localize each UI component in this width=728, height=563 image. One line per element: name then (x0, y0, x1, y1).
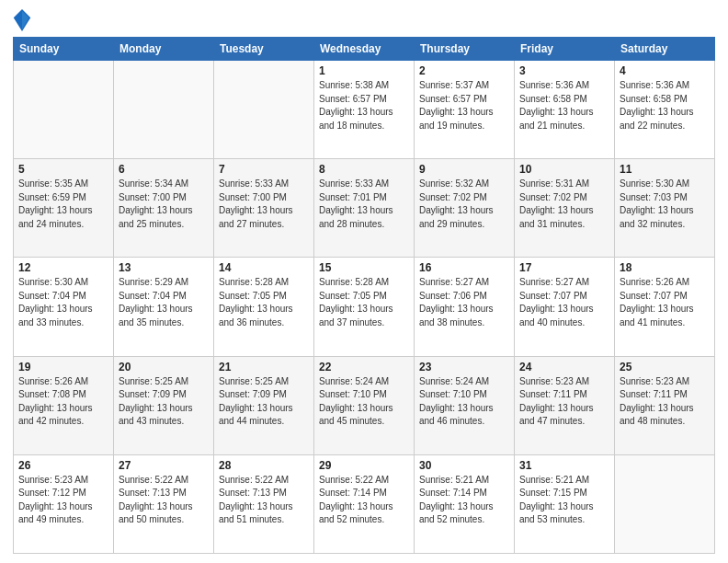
day-number: 5 (18, 163, 108, 176)
calendar-cell (114, 61, 214, 159)
day-info: Sunrise: 5:31 AMSunset: 7:02 PMDaylight:… (519, 178, 609, 231)
calendar-week-3: 19Sunrise: 5:26 AMSunset: 7:08 PMDayligh… (14, 356, 715, 454)
day-info: Sunrise: 5:36 AMSunset: 6:58 PMDaylight:… (620, 79, 710, 132)
calendar-cell: 26Sunrise: 5:23 AMSunset: 7:12 PMDayligh… (14, 454, 114, 553)
calendar-cell: 12Sunrise: 5:30 AMSunset: 7:04 PMDayligh… (14, 258, 114, 356)
calendar-cell: 17Sunrise: 5:27 AMSunset: 7:07 PMDayligh… (515, 258, 615, 356)
day-number: 4 (620, 64, 710, 77)
day-info: Sunrise: 5:32 AMSunset: 7:02 PMDaylight:… (419, 178, 509, 231)
day-info: Sunrise: 5:34 AMSunset: 7:00 PMDaylight:… (119, 178, 209, 231)
calendar-cell: 5Sunrise: 5:35 AMSunset: 6:59 PMDaylight… (14, 159, 114, 258)
day-number: 31 (519, 459, 609, 472)
page: SundayMondayTuesdayWednesdayThursdayFrid… (0, 0, 728, 563)
day-info: Sunrise: 5:26 AMSunset: 7:08 PMDaylight:… (18, 375, 108, 429)
calendar-cell: 8Sunrise: 5:33 AMSunset: 7:01 PMDaylight… (314, 159, 415, 258)
calendar-cell: 16Sunrise: 5:27 AMSunset: 7:06 PMDayligh… (415, 258, 515, 356)
calendar-cell: 3Sunrise: 5:36 AMSunset: 6:58 PMDaylight… (515, 61, 615, 159)
day-info: Sunrise: 5:33 AMSunset: 7:01 PMDaylight:… (319, 178, 409, 231)
day-number: 22 (319, 361, 409, 373)
day-info: Sunrise: 5:22 AMSunset: 7:13 PMDaylight:… (119, 474, 209, 527)
calendar-cell: 2Sunrise: 5:37 AMSunset: 6:57 PMDaylight… (415, 61, 515, 159)
calendar-cell: 29Sunrise: 5:22 AMSunset: 7:14 PMDayligh… (314, 454, 415, 553)
day-info: Sunrise: 5:38 AMSunset: 6:57 PMDaylight:… (319, 79, 409, 132)
day-number: 19 (18, 361, 108, 373)
calendar-cell: 7Sunrise: 5:33 AMSunset: 7:00 PMDaylight… (214, 159, 314, 258)
day-number: 30 (419, 459, 509, 472)
day-info: Sunrise: 5:21 AMSunset: 7:15 PMDaylight:… (519, 474, 609, 527)
calendar-cell: 22Sunrise: 5:24 AMSunset: 7:10 PMDayligh… (314, 356, 415, 454)
day-info: Sunrise: 5:22 AMSunset: 7:14 PMDaylight:… (319, 474, 409, 527)
day-info: Sunrise: 5:35 AMSunset: 6:59 PMDaylight:… (18, 178, 108, 231)
calendar-week-1: 5Sunrise: 5:35 AMSunset: 6:59 PMDaylight… (14, 159, 715, 258)
calendar-cell: 27Sunrise: 5:22 AMSunset: 7:13 PMDayligh… (114, 454, 214, 553)
day-info: Sunrise: 5:23 AMSunset: 7:11 PMDaylight:… (620, 375, 710, 429)
day-number: 20 (119, 361, 209, 373)
calendar-cell: 13Sunrise: 5:29 AMSunset: 7:04 PMDayligh… (114, 258, 214, 356)
day-number: 6 (119, 163, 209, 176)
header-day-friday: Friday (515, 38, 615, 61)
day-info: Sunrise: 5:27 AMSunset: 7:06 PMDaylight:… (419, 276, 509, 329)
day-number: 24 (519, 361, 609, 373)
calendar-body: 1Sunrise: 5:38 AMSunset: 6:57 PMDaylight… (14, 61, 715, 554)
day-info: Sunrise: 5:27 AMSunset: 7:07 PMDaylight:… (519, 276, 609, 329)
day-info: Sunrise: 5:23 AMSunset: 7:12 PMDaylight:… (18, 474, 108, 527)
logo (13, 9, 33, 31)
day-info: Sunrise: 5:28 AMSunset: 7:05 PMDaylight:… (319, 276, 409, 329)
day-number: 17 (519, 261, 609, 274)
day-number: 12 (18, 261, 108, 274)
calendar-cell (615, 454, 715, 553)
calendar-header: SundayMondayTuesdayWednesdayThursdayFrid… (14, 38, 715, 61)
day-info: Sunrise: 5:36 AMSunset: 6:58 PMDaylight:… (519, 79, 609, 132)
day-number: 16 (419, 261, 509, 274)
calendar-cell: 24Sunrise: 5:23 AMSunset: 7:11 PMDayligh… (515, 356, 615, 454)
day-number: 8 (319, 163, 409, 176)
calendar-cell: 6Sunrise: 5:34 AMSunset: 7:00 PMDaylight… (114, 159, 214, 258)
calendar-cell: 11Sunrise: 5:30 AMSunset: 7:03 PMDayligh… (615, 159, 715, 258)
day-info: Sunrise: 5:25 AMSunset: 7:09 PMDaylight:… (119, 375, 209, 429)
calendar-week-0: 1Sunrise: 5:38 AMSunset: 6:57 PMDaylight… (14, 61, 715, 159)
calendar-cell: 15Sunrise: 5:28 AMSunset: 7:05 PMDayligh… (314, 258, 415, 356)
day-number: 26 (18, 459, 108, 472)
calendar-cell: 23Sunrise: 5:24 AMSunset: 7:10 PMDayligh… (415, 356, 515, 454)
day-info: Sunrise: 5:37 AMSunset: 6:57 PMDaylight:… (419, 79, 509, 132)
calendar-cell: 18Sunrise: 5:26 AMSunset: 7:07 PMDayligh… (615, 258, 715, 356)
calendar-cell: 1Sunrise: 5:38 AMSunset: 6:57 PMDaylight… (314, 61, 415, 159)
calendar-table: SundayMondayTuesdayWednesdayThursdayFrid… (13, 37, 715, 554)
day-number: 25 (620, 361, 710, 373)
calendar-cell: 9Sunrise: 5:32 AMSunset: 7:02 PMDaylight… (415, 159, 515, 258)
day-info: Sunrise: 5:22 AMSunset: 7:13 PMDaylight:… (219, 474, 309, 527)
day-number: 3 (519, 64, 609, 77)
header-day-monday: Monday (114, 38, 214, 61)
day-number: 15 (319, 261, 409, 274)
day-number: 11 (620, 163, 710, 176)
day-info: Sunrise: 5:33 AMSunset: 7:00 PMDaylight:… (219, 178, 309, 231)
day-number: 28 (219, 459, 309, 472)
calendar-cell: 30Sunrise: 5:21 AMSunset: 7:14 PMDayligh… (415, 454, 515, 553)
day-number: 7 (219, 163, 309, 176)
calendar-cell: 21Sunrise: 5:25 AMSunset: 7:09 PMDayligh… (214, 356, 314, 454)
header-day-sunday: Sunday (14, 38, 114, 61)
day-info: Sunrise: 5:30 AMSunset: 7:04 PMDaylight:… (18, 276, 108, 329)
calendar-cell (14, 61, 114, 159)
calendar-cell: 19Sunrise: 5:26 AMSunset: 7:08 PMDayligh… (14, 356, 114, 454)
day-number: 21 (219, 361, 309, 373)
day-number: 2 (419, 64, 509, 77)
header-day-tuesday: Tuesday (214, 38, 314, 61)
calendar-cell: 28Sunrise: 5:22 AMSunset: 7:13 PMDayligh… (214, 454, 314, 553)
calendar-cell (214, 61, 314, 159)
header-day-wednesday: Wednesday (314, 38, 415, 61)
day-number: 9 (419, 163, 509, 176)
day-number: 29 (319, 459, 409, 472)
day-info: Sunrise: 5:29 AMSunset: 7:04 PMDaylight:… (119, 276, 209, 329)
day-number: 10 (519, 163, 609, 176)
day-info: Sunrise: 5:26 AMSunset: 7:07 PMDaylight:… (620, 276, 710, 329)
header-day-thursday: Thursday (415, 38, 515, 61)
day-number: 13 (119, 261, 209, 274)
day-info: Sunrise: 5:24 AMSunset: 7:10 PMDaylight:… (419, 375, 509, 429)
day-info: Sunrise: 5:24 AMSunset: 7:10 PMDaylight:… (319, 375, 409, 429)
calendar-cell: 10Sunrise: 5:31 AMSunset: 7:02 PMDayligh… (515, 159, 615, 258)
calendar-cell: 20Sunrise: 5:25 AMSunset: 7:09 PMDayligh… (114, 356, 214, 454)
day-number: 27 (119, 459, 209, 472)
calendar-cell: 25Sunrise: 5:23 AMSunset: 7:11 PMDayligh… (615, 356, 715, 454)
header-day-saturday: Saturday (615, 38, 715, 61)
